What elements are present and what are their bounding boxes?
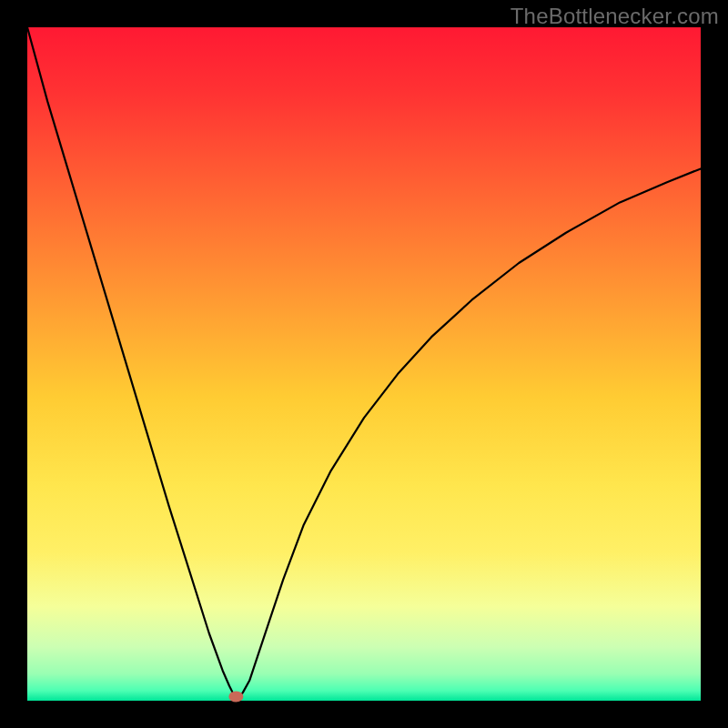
attribution-label: TheBottlenecker.com bbox=[511, 4, 719, 29]
chart-frame: TheBottlenecker.com bbox=[0, 0, 728, 728]
optimal-marker bbox=[228, 692, 243, 703]
plot-background bbox=[27, 27, 701, 701]
bottleneck-chart bbox=[0, 0, 728, 728]
